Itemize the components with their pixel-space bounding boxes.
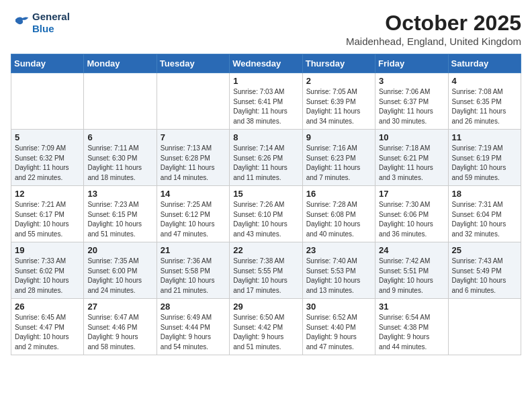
day-content: Sunrise: 6:54 AMSunset: 4:38 PMDaylight:… — [379, 313, 444, 352]
location-title: Maidenhead, England, United Kingdom — [346, 36, 521, 47]
day-content: Sunrise: 7:19 AMSunset: 6:19 PMDaylight:… — [452, 144, 517, 183]
title-area: October 2025 Maidenhead, England, United… — [346, 11, 521, 47]
day-content: Sunrise: 7:35 AMSunset: 6:00 PMDaylight:… — [87, 257, 152, 295]
day-header-wednesday: Wednesday — [230, 54, 302, 73]
day-number: 17 — [379, 189, 444, 199]
calendar-cell: 29Sunrise: 6:50 AMSunset: 4:42 PMDayligh… — [230, 299, 302, 355]
day-number: 28 — [161, 302, 226, 312]
day-number: 31 — [379, 302, 444, 312]
day-number: 22 — [233, 245, 298, 255]
day-number: 19 — [15, 245, 80, 255]
calendar-cell: 15Sunrise: 7:26 AMSunset: 6:10 PMDayligh… — [230, 186, 302, 242]
calendar-cell: 16Sunrise: 7:28 AMSunset: 6:08 PMDayligh… — [302, 186, 375, 242]
day-number: 10 — [379, 132, 444, 142]
day-content: Sunrise: 7:38 AMSunset: 5:55 PMDaylight:… — [233, 257, 298, 295]
calendar-cell: 19Sunrise: 7:33 AMSunset: 6:02 PMDayligh… — [11, 242, 84, 299]
day-number: 7 — [161, 132, 226, 142]
day-content: Sunrise: 7:40 AMSunset: 5:53 PMDaylight:… — [306, 257, 371, 295]
calendar-cell: 2Sunrise: 7:05 AMSunset: 6:39 PMDaylight… — [302, 73, 375, 130]
calendar-cell: 8Sunrise: 7:14 AMSunset: 6:26 PMDaylight… — [230, 130, 302, 186]
calendar-cell — [157, 73, 229, 130]
day-content: Sunrise: 7:36 AMSunset: 5:58 PMDaylight:… — [161, 257, 226, 295]
calendar-cell: 12Sunrise: 7:21 AMSunset: 6:17 PMDayligh… — [11, 186, 84, 242]
calendar-cell: 5Sunrise: 7:09 AMSunset: 6:32 PMDaylight… — [11, 130, 84, 186]
calendar-week-row: 5Sunrise: 7:09 AMSunset: 6:32 PMDaylight… — [11, 130, 521, 186]
calendar-cell: 4Sunrise: 7:08 AMSunset: 6:35 PMDaylight… — [448, 73, 521, 130]
page-header: General Blue October 2025 Maidenhead, En… — [11, 11, 521, 47]
calendar-week-row: 12Sunrise: 7:21 AMSunset: 6:17 PMDayligh… — [11, 186, 521, 242]
calendar-cell: 26Sunrise: 6:45 AMSunset: 4:47 PMDayligh… — [11, 299, 84, 355]
day-content: Sunrise: 7:09 AMSunset: 6:32 PMDaylight:… — [15, 144, 80, 183]
day-header-friday: Friday — [375, 54, 448, 73]
day-content: Sunrise: 7:43 AMSunset: 5:49 PMDaylight:… — [452, 257, 517, 295]
day-number: 24 — [379, 245, 444, 255]
day-number: 23 — [306, 245, 371, 255]
day-content: Sunrise: 7:06 AMSunset: 6:37 PMDaylight:… — [379, 87, 444, 126]
day-header-thursday: Thursday — [302, 54, 375, 73]
day-content: Sunrise: 7:31 AMSunset: 6:04 PMDaylight:… — [452, 200, 517, 239]
day-content: Sunrise: 6:50 AMSunset: 4:42 PMDaylight:… — [233, 313, 298, 352]
day-content: Sunrise: 7:13 AMSunset: 6:28 PMDaylight:… — [161, 144, 226, 183]
logo-text-line2: Blue — [32, 23, 70, 35]
calendar-cell: 9Sunrise: 7:16 AMSunset: 6:23 PMDaylight… — [302, 130, 375, 186]
day-number: 12 — [15, 189, 80, 199]
logo-icon — [11, 13, 30, 32]
day-number: 16 — [306, 189, 371, 199]
day-content: Sunrise: 7:26 AMSunset: 6:10 PMDaylight:… — [233, 200, 298, 239]
day-header-saturday: Saturday — [448, 54, 521, 73]
day-number: 20 — [87, 245, 152, 255]
calendar-cell: 7Sunrise: 7:13 AMSunset: 6:28 PMDaylight… — [157, 130, 229, 186]
day-number: 30 — [306, 302, 371, 312]
calendar-week-row: 1Sunrise: 7:03 AMSunset: 6:41 PMDaylight… — [11, 73, 521, 130]
day-content: Sunrise: 6:47 AMSunset: 4:46 PMDaylight:… — [87, 313, 152, 352]
day-number: 11 — [452, 132, 517, 142]
day-header-tuesday: Tuesday — [157, 54, 229, 73]
day-content: Sunrise: 7:08 AMSunset: 6:35 PMDaylight:… — [452, 87, 517, 126]
calendar-cell: 24Sunrise: 7:42 AMSunset: 5:51 PMDayligh… — [375, 242, 448, 299]
calendar-cell: 25Sunrise: 7:43 AMSunset: 5:49 PMDayligh… — [448, 242, 521, 299]
calendar-cell: 6Sunrise: 7:11 AMSunset: 6:30 PMDaylight… — [84, 130, 157, 186]
day-content: Sunrise: 7:25 AMSunset: 6:12 PMDaylight:… — [161, 200, 226, 239]
day-number: 1 — [233, 76, 298, 86]
logo: General Blue — [11, 11, 70, 35]
calendar-cell: 14Sunrise: 7:25 AMSunset: 6:12 PMDayligh… — [157, 186, 229, 242]
day-content: Sunrise: 7:16 AMSunset: 6:23 PMDaylight:… — [306, 144, 371, 183]
calendar-cell: 18Sunrise: 7:31 AMSunset: 6:04 PMDayligh… — [448, 186, 521, 242]
day-number: 2 — [306, 76, 371, 86]
calendar-cell: 1Sunrise: 7:03 AMSunset: 6:41 PMDaylight… — [230, 73, 302, 130]
day-content: Sunrise: 7:21 AMSunset: 6:17 PMDaylight:… — [15, 200, 80, 239]
day-header-monday: Monday — [84, 54, 157, 73]
calendar-table: SundayMondayTuesdayWednesdayThursdayFrid… — [11, 54, 521, 355]
calendar-cell: 27Sunrise: 6:47 AMSunset: 4:46 PMDayligh… — [84, 299, 157, 355]
calendar-week-row: 19Sunrise: 7:33 AMSunset: 6:02 PMDayligh… — [11, 242, 521, 299]
day-content: Sunrise: 6:49 AMSunset: 4:44 PMDaylight:… — [161, 313, 226, 352]
calendar-cell: 31Sunrise: 6:54 AMSunset: 4:38 PMDayligh… — [375, 299, 448, 355]
day-number: 18 — [452, 189, 517, 199]
day-number: 8 — [233, 132, 298, 142]
day-number: 6 — [87, 132, 152, 142]
calendar-cell: 22Sunrise: 7:38 AMSunset: 5:55 PMDayligh… — [230, 242, 302, 299]
calendar-cell: 21Sunrise: 7:36 AMSunset: 5:58 PMDayligh… — [157, 242, 229, 299]
day-number: 21 — [161, 245, 226, 255]
day-number: 14 — [161, 189, 226, 199]
logo-text-line1: General — [32, 11, 70, 23]
day-content: Sunrise: 7:28 AMSunset: 6:08 PMDaylight:… — [306, 200, 371, 239]
calendar-cell: 23Sunrise: 7:40 AMSunset: 5:53 PMDayligh… — [302, 242, 375, 299]
day-content: Sunrise: 7:05 AMSunset: 6:39 PMDaylight:… — [306, 87, 371, 126]
month-title: October 2025 — [346, 11, 521, 36]
day-number: 4 — [452, 76, 517, 86]
calendar-header-row: SundayMondayTuesdayWednesdayThursdayFrid… — [11, 54, 521, 73]
day-number: 3 — [379, 76, 444, 86]
day-content: Sunrise: 7:33 AMSunset: 6:02 PMDaylight:… — [15, 257, 80, 295]
day-number: 25 — [452, 245, 517, 255]
day-header-sunday: Sunday — [11, 54, 84, 73]
day-content: Sunrise: 7:03 AMSunset: 6:41 PMDaylight:… — [233, 87, 298, 126]
calendar-cell: 13Sunrise: 7:23 AMSunset: 6:15 PMDayligh… — [84, 186, 157, 242]
calendar-cell — [84, 73, 157, 130]
day-content: Sunrise: 7:42 AMSunset: 5:51 PMDaylight:… — [379, 257, 444, 295]
calendar-week-row: 26Sunrise: 6:45 AMSunset: 4:47 PMDayligh… — [11, 299, 521, 355]
day-number: 26 — [15, 302, 80, 312]
calendar-cell: 28Sunrise: 6:49 AMSunset: 4:44 PMDayligh… — [157, 299, 229, 355]
calendar-cell: 3Sunrise: 7:06 AMSunset: 6:37 PMDaylight… — [375, 73, 448, 130]
day-content: Sunrise: 6:45 AMSunset: 4:47 PMDaylight:… — [15, 313, 80, 352]
